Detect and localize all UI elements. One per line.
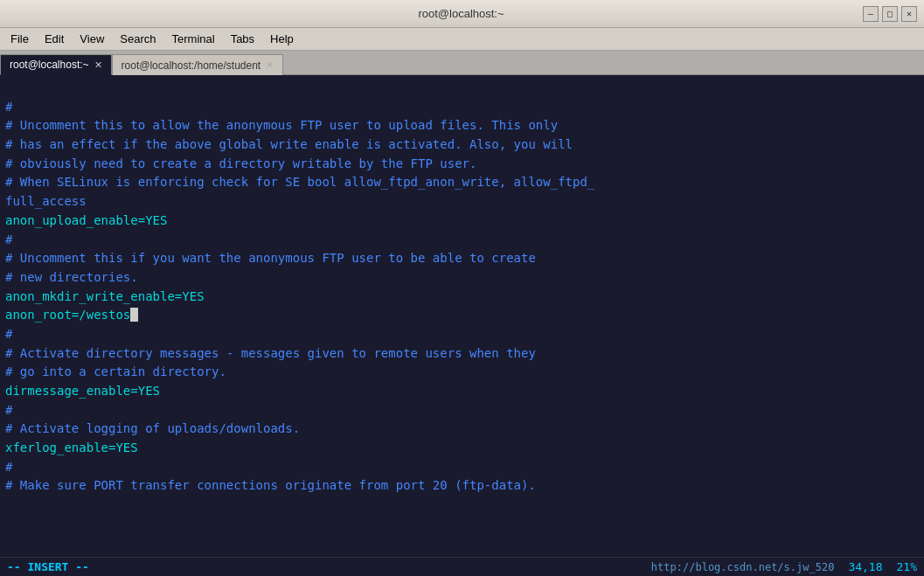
minimize-button[interactable]: –: [863, 6, 879, 22]
line-11: anon_mkdir_write_enable=YES: [5, 289, 205, 303]
line-2: # Uncomment this to allow the anonymous …: [5, 118, 558, 132]
line-12: anon_root=/westos: [5, 308, 138, 322]
line-3: # has an effect if the above global writ…: [5, 137, 573, 151]
terminal-wrapper: # # Uncomment this to allow the anonymou…: [0, 75, 924, 576]
title-bar: root@localhost:~ – □ ✕: [0, 0, 924, 28]
line-18: # Activate logging of uploads/downloads.: [5, 421, 300, 435]
tab-close-1[interactable]: ✕: [94, 59, 102, 71]
text-cursor: [130, 308, 138, 322]
menu-tabs[interactable]: Tabs: [224, 31, 261, 47]
terminal-content[interactable]: # # Uncomment this to allow the anonymou…: [0, 75, 924, 557]
close-button[interactable]: ✕: [901, 6, 917, 22]
status-right: http://blog.csdn.net/s.jw_520 34,18 21%: [651, 560, 917, 573]
line-17: #: [5, 403, 12, 417]
line-14: # Activate directory messages - messages…: [5, 346, 536, 360]
status-url: http://blog.csdn.net/s.jw_520: [651, 561, 835, 573]
vim-mode: -- INSERT --: [7, 560, 89, 573]
line-5: # When SELinux is enforcing check for SE…: [5, 175, 594, 189]
menu-terminal[interactable]: Terminal: [165, 31, 222, 47]
tab-root-localhost[interactable]: root@localhost:~ ✕: [0, 54, 112, 75]
line-15: # go into a certain directory.: [5, 364, 226, 378]
tab-bar: root@localhost:~ ✕ root@localhost:/home/…: [0, 51, 924, 75]
status-bar: -- INSERT -- http://blog.csdn.net/s.jw_5…: [0, 557, 924, 576]
line-4: # obviously need to create a directory w…: [5, 156, 476, 170]
line-20: #: [5, 460, 12, 474]
maximize-button[interactable]: □: [882, 6, 898, 22]
window-title: root@localhost:~: [59, 7, 863, 20]
line-16: dirmessage_enable=YES: [5, 384, 160, 398]
tab-label-2: root@localhost:/home/student: [122, 59, 261, 72]
cursor-position: 34,18: [848, 560, 882, 573]
menu-file[interactable]: File: [3, 31, 36, 47]
menu-edit[interactable]: Edit: [38, 31, 71, 47]
line-1: #: [5, 100, 12, 114]
scroll-percent: 21%: [897, 560, 917, 573]
menu-search[interactable]: Search: [113, 31, 163, 47]
code-area: # # Uncomment this to allow the anonymou…: [5, 79, 919, 515]
line-10: # new directories.: [5, 270, 138, 284]
window-controls: – □ ✕: [863, 6, 917, 22]
line-6: full_access: [5, 194, 87, 208]
line-8: #: [5, 232, 12, 246]
menu-view[interactable]: View: [73, 31, 111, 47]
line-21: # Make sure PORT transfer connections or…: [5, 478, 536, 492]
line-19: xferlog_enable=YES: [5, 441, 138, 455]
tab-close-2[interactable]: ✕: [266, 59, 274, 71]
menu-help[interactable]: Help: [263, 31, 301, 47]
tab-label-1: root@localhost:~: [10, 59, 89, 71]
line-9: # Uncomment this if you want the anonymo…: [5, 251, 536, 265]
tab-root-home-student[interactable]: root@localhost:/home/student ✕: [112, 54, 284, 75]
line-13: #: [5, 327, 12, 341]
menu-bar: File Edit View Search Terminal Tabs Help: [0, 28, 924, 51]
line-7: anon_upload_enable=YES: [5, 213, 167, 227]
